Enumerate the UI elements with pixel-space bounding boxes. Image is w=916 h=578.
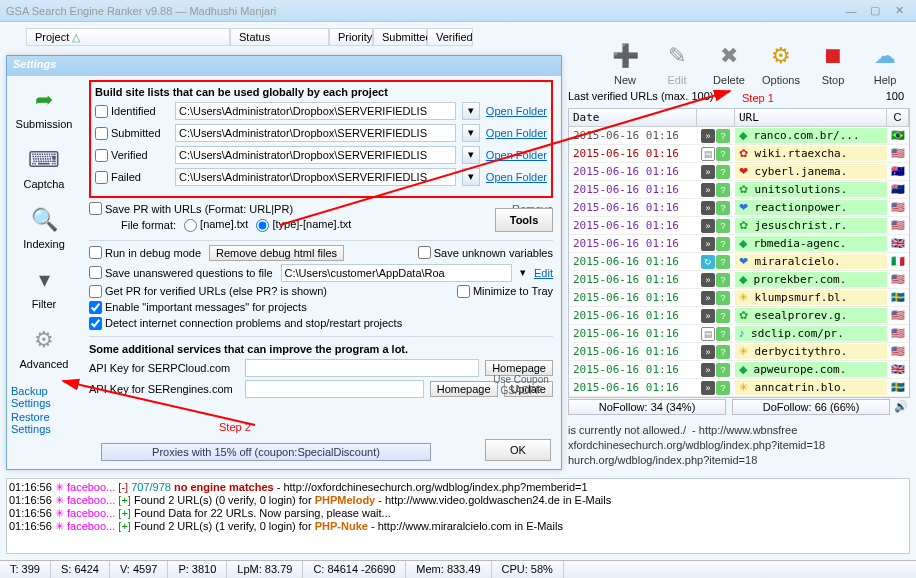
table-row[interactable]: 2015-06-16 01:16 »? ✿ esealprorev.g. 🇺🇸	[569, 307, 909, 325]
table-row[interactable]: 2015-06-16 01:16 »? ✿ jesuschrist.r. 🇺🇸	[569, 217, 909, 235]
nav-captcha[interactable]: ⌨Captcha	[7, 140, 81, 200]
flag-icon: 🇧🇷	[887, 128, 909, 143]
maximize-icon[interactable]: ▢	[864, 3, 886, 19]
restore-settings-link[interactable]: Restore Settings	[9, 410, 79, 436]
edit-button[interactable]: ✎Edit	[654, 40, 700, 86]
chk-important[interactable]: Enable "important messages" for projects	[89, 301, 307, 314]
verified-count: 100	[886, 90, 904, 102]
verified-grid: Date URL C 2015-06-16 01:16 »? ◆ ranco.c…	[568, 108, 910, 398]
open-folder-failed[interactable]: Open Folder	[486, 171, 547, 183]
nav-filter[interactable]: ▾Filter	[7, 260, 81, 320]
remove-debug-btn[interactable]: Remove debug html files	[209, 245, 344, 261]
table-row[interactable]: 2015-06-16 01:16 »? ✳ anncatrin.blo. 🇸🇪	[569, 379, 909, 397]
chk-verified[interactable]: Verified	[95, 149, 169, 162]
hdr-date[interactable]: Date	[569, 109, 697, 126]
dropdown-submitted[interactable]: ▾	[462, 124, 480, 142]
nav-advanced[interactable]: ⚙Advanced	[7, 320, 81, 380]
col-project[interactable]: Project △	[26, 28, 230, 46]
help-button[interactable]: ☁Help	[862, 40, 908, 86]
radio-name[interactable]: [name].txt	[184, 218, 248, 232]
table-row[interactable]: 2015-06-16 01:16 »? ◆ ranco.com.br/... 🇧…	[569, 127, 909, 145]
table-row[interactable]: 2015-06-16 01:16 »? ✳ klumpsmurf.bl. 🇸🇪	[569, 289, 909, 307]
table-row[interactable]: 2015-06-16 01:16 ↻? ❤ miraralcielo. 🇮🇹	[569, 253, 909, 271]
minimize-icon[interactable]: —	[840, 3, 862, 19]
chk-get-pr[interactable]: Get PR for verified URLs (else PR? is sh…	[89, 285, 327, 298]
delete-button[interactable]: ✖Delete	[706, 40, 752, 86]
col-submitted[interactable]: Submitted	[373, 28, 427, 46]
flag-icon: 🇳🇿	[887, 182, 909, 197]
table-row[interactable]: 2015-06-16 01:16 »? ❤ cyberl.janema. 🇦🇺	[569, 163, 909, 181]
status-icon: ?	[716, 255, 730, 269]
close-icon[interactable]: ✕	[888, 3, 910, 19]
stop-button[interactable]: ⏹Stop	[810, 40, 856, 86]
table-row[interactable]: 2015-06-16 01:16 »? ◆ prorekber.com. 🇺🇸	[569, 271, 909, 289]
table-row[interactable]: 2015-06-16 01:16 »? ◆ rbmedia-agenc. 🇬🇧	[569, 235, 909, 253]
backup-settings-link[interactable]: Backup Settings	[9, 384, 79, 410]
status-icon: ?	[716, 363, 730, 377]
chk-failed[interactable]: Failed	[95, 171, 169, 184]
chk-debug[interactable]: Run in debug mode	[89, 246, 201, 259]
speaker-icon[interactable]: 🔊	[894, 400, 908, 413]
log-pane[interactable]: 01:16:56 ✳ faceboo... [-] 707/978 no eng…	[6, 478, 910, 554]
status-icon: ?	[716, 291, 730, 305]
open-folder-identified[interactable]: Open Folder	[486, 105, 547, 117]
new-button[interactable]: ➕New	[602, 40, 648, 86]
radio-type-name[interactable]: [type]-[name].txt	[256, 218, 351, 232]
table-row[interactable]: 2015-06-16 01:16 »? ❤ reactionpower. 🇺🇸	[569, 199, 909, 217]
table-row[interactable]: 2015-06-16 01:16 »? ◆ apweurope.com. 🇬🇧	[569, 361, 909, 379]
table-row[interactable]: 2015-06-16 01:16 ▤? ♪ sdclip.com/pr. 🇺🇸	[569, 325, 909, 343]
status-icon: ?	[716, 381, 730, 395]
status-icon: ?	[716, 165, 730, 179]
nav-submission[interactable]: ➦Submission	[7, 80, 81, 140]
homepage2-btn[interactable]: Homepage	[430, 381, 498, 397]
ok-button[interactable]: OK	[485, 439, 551, 461]
path-verified[interactable]	[175, 146, 456, 164]
path-failed[interactable]	[175, 168, 456, 186]
api1-input[interactable]	[245, 359, 479, 377]
engine-icon: ↻	[701, 255, 715, 269]
nav-indexing[interactable]: 🔍Indexing	[7, 200, 81, 260]
promo-bar[interactable]: Proxies with 15% off (coupon:SpecialDisc…	[101, 443, 431, 461]
additional-header: Some additional services that can improv…	[89, 343, 553, 355]
api2-input[interactable]	[245, 380, 424, 398]
chk-submitted[interactable]: Submitted	[95, 127, 169, 140]
col-verified[interactable]: Verified	[427, 28, 473, 46]
dropdown-verified[interactable]: ▾	[462, 146, 480, 164]
table-row[interactable]: 2015-06-16 01:16 »? ✳ derbycitythro. 🇺🇸	[569, 343, 909, 361]
dropdown-failed[interactable]: ▾	[462, 168, 480, 186]
pencil-icon: ✎	[661, 40, 693, 72]
dropdown-identified[interactable]: ▾	[462, 102, 480, 120]
step2-annotation: Step 2	[219, 421, 251, 433]
edit-link[interactable]: Edit	[534, 267, 553, 279]
partial-log-text: is currently not allowed./ - http://www.…	[568, 423, 912, 468]
funnel-icon: ▾	[28, 264, 60, 296]
hdr-mid[interactable]	[697, 109, 735, 126]
hdr-c[interactable]: C	[887, 109, 909, 126]
dropdown-unanswered[interactable]: ▾	[520, 266, 526, 279]
open-folder-submitted[interactable]: Open Folder	[486, 127, 547, 139]
chk-save-unanswered[interactable]: Save unanswered questions to file	[89, 266, 273, 279]
chk-save-pr[interactable]: Save PR with URLs (Format: URL|PR)	[89, 202, 293, 215]
engine-icon: »	[701, 381, 715, 395]
chk-minimize[interactable]: Minimize to Tray	[457, 285, 553, 298]
path-identified[interactable]	[175, 102, 456, 120]
table-row[interactable]: 2015-06-16 01:16 ▤? ✿ wiki.rtaexcha. 🇺🇸	[569, 145, 909, 163]
options-button[interactable]: ⚙Options	[758, 40, 804, 86]
site-lists-box: Build site lists that can be used global…	[89, 80, 553, 198]
table-row[interactable]: 2015-06-16 01:16 »? ✿ unitsolutions. 🇳🇿	[569, 181, 909, 199]
col-status[interactable]: Status	[230, 28, 329, 46]
path-submitted[interactable]	[175, 124, 456, 142]
col-priority[interactable]: Priority	[329, 28, 373, 46]
chk-identified[interactable]: Identified	[95, 105, 169, 118]
app-title: GSA Search Engine Ranker v9.88 — Madhush…	[6, 5, 840, 17]
chk-save-unknown[interactable]: Save unknown variables	[418, 246, 553, 259]
unanswered-path[interactable]	[281, 264, 512, 282]
open-folder-verified[interactable]: Open Folder	[486, 149, 547, 161]
captcha-icon: ⌨	[28, 144, 60, 176]
tools-button[interactable]: Tools	[495, 208, 553, 232]
log-row: 01:16:56 ✳ faceboo... [+] Found Data for…	[9, 507, 907, 520]
list-headers: Project △ Status Priority Submitted Veri…	[26, 28, 473, 46]
chk-detect[interactable]: Detect internet connection problems and …	[89, 317, 402, 330]
hdr-url[interactable]: URL	[735, 109, 887, 126]
flag-icon: 🇮🇹	[887, 254, 909, 269]
